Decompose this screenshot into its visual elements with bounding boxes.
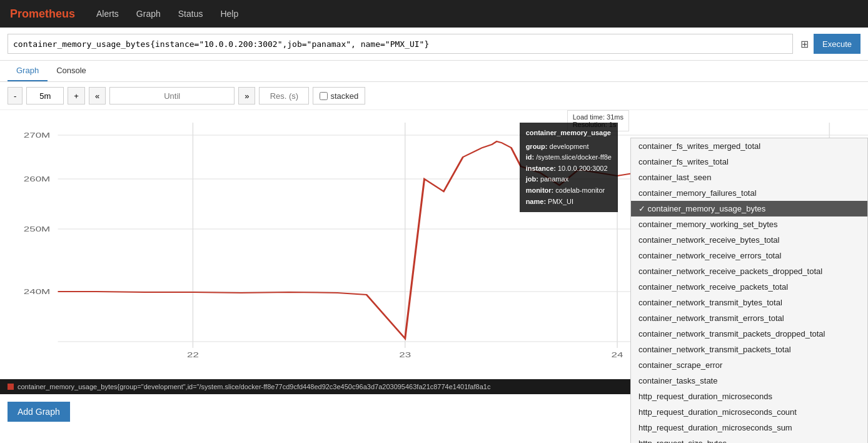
navbar: Prometheus Alerts Graph Status Help <box>0 0 868 28</box>
until-input[interactable] <box>109 87 235 104</box>
brand-logo: Prometheus <box>10 8 75 21</box>
tabs-bar: Graph Console <box>0 61 868 82</box>
main-layout: Load time: 31ms Resolution: 1s container… <box>0 110 868 429</box>
autocomplete-dropdown: container_fs_writes_merged_totalcontaine… <box>630 138 868 443</box>
svg-text:24: 24 <box>612 351 623 359</box>
load-info: Load time: 31ms Resolution: 1s <box>567 110 629 131</box>
autocomplete-item[interactable]: container_scrape_error <box>631 357 867 373</box>
autocomplete-item[interactable]: container_network_transmit_errors_total <box>631 310 867 326</box>
nav-graph[interactable]: Graph <box>135 6 162 21</box>
autocomplete-item[interactable]: http_request_duration_microseconds_sum <box>631 420 867 435</box>
autocomplete-item[interactable]: container_memory_working_set_bytes <box>631 216 867 232</box>
autocomplete-item[interactable]: http_request_size_bytes <box>631 435 867 443</box>
zoom-in-button[interactable]: + <box>68 87 85 104</box>
autocomplete-item[interactable]: container_network_transmit_packets_dropp… <box>631 326 867 342</box>
svg-text:250M: 250M <box>24 225 50 233</box>
execute-button[interactable]: Execute <box>814 34 860 54</box>
autocomplete-item[interactable]: ✓ container_memory_usage_bytes <box>631 201 867 216</box>
autocomplete-item[interactable]: http_request_duration_microseconds_count <box>631 404 867 420</box>
query-bar: ⊞ Execute <box>0 28 868 61</box>
stacked-checkbox[interactable] <box>320 92 328 100</box>
range-input[interactable] <box>26 87 64 104</box>
stacked-toggle[interactable]: stacked <box>313 87 365 104</box>
autocomplete-item[interactable]: container_tasks_state <box>631 373 867 389</box>
svg-text:23: 23 <box>399 351 411 359</box>
legend-color-swatch <box>8 384 14 390</box>
autocomplete-item[interactable]: container_network_receive_bytes_total <box>631 232 867 248</box>
nav-help[interactable]: Help <box>219 6 240 21</box>
legend-text: container_memory_usage_bytes{group="deve… <box>18 383 490 390</box>
resolution-input[interactable] <box>259 87 309 104</box>
autocomplete-item[interactable]: container_fs_writes_merged_total <box>631 138 867 154</box>
autocomplete-item[interactable]: container_network_transmit_packets_total <box>631 342 867 357</box>
controls-bar: - + « » stacked <box>0 82 868 110</box>
zoom-out-button[interactable]: - <box>8 87 23 104</box>
load-time: Load time: 31ms <box>573 113 623 121</box>
svg-text:270M: 270M <box>24 131 50 139</box>
autocomplete-item[interactable]: container_last_seen <box>631 170 867 185</box>
forward-button[interactable]: » <box>238 87 255 104</box>
add-graph-button[interactable]: Add Graph <box>8 402 70 422</box>
query-input[interactable] <box>8 34 793 54</box>
autocomplete-item[interactable]: container_memory_failures_total <box>631 185 867 201</box>
tab-console[interactable]: Console <box>48 61 95 81</box>
nav-status[interactable]: Status <box>177 6 204 21</box>
svg-text:22: 22 <box>187 351 199 359</box>
back-button[interactable]: « <box>89 87 106 104</box>
nav-alerts[interactable]: Alerts <box>95 6 120 21</box>
svg-text:260M: 260M <box>24 175 50 183</box>
autocomplete-item[interactable]: container_network_receive_packets_total <box>631 279 867 295</box>
autocomplete-item[interactable]: container_fs_writes_total <box>631 154 867 170</box>
tab-graph[interactable]: Graph <box>8 61 48 81</box>
stacked-label-text: stacked <box>330 91 358 101</box>
autocomplete-item[interactable]: http_request_duration_microseconds <box>631 389 867 404</box>
autocomplete-item[interactable]: container_network_receive_errors_total <box>631 248 867 263</box>
copy-icon[interactable]: ⊞ <box>800 38 809 50</box>
resolution-info: Resolution: 1s <box>573 121 623 128</box>
autocomplete-item[interactable]: container_network_receive_packets_droppe… <box>631 263 867 279</box>
svg-text:240M: 240M <box>24 288 50 295</box>
autocomplete-item[interactable]: container_network_transmit_bytes_total <box>631 295 867 310</box>
